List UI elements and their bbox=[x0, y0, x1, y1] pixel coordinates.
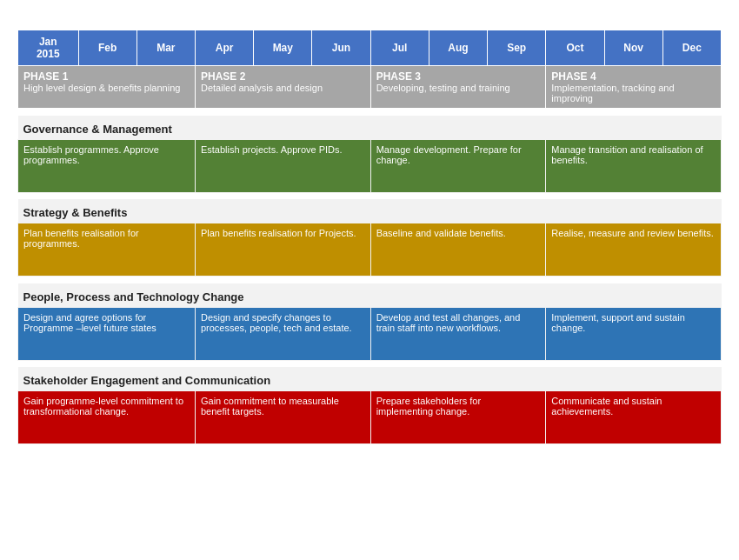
cell-inner-3-0-0: Gain programme-level commitment to trans… bbox=[18, 391, 195, 443]
phase-3: PHASE 3Developing, testing and training bbox=[370, 66, 546, 109]
cell-0-0-1: Establish projects. Approve PIDs. bbox=[195, 139, 370, 192]
section-header-3: Stakeholder Engagement and Communication bbox=[18, 367, 722, 391]
cell-inner-2-0-3: Implement, support and sustain change. bbox=[546, 308, 721, 360]
section-header-2: People, Process and Technology Change bbox=[18, 283, 722, 308]
cell-3-0-2: Prepare stakeholders for implementing ch… bbox=[370, 391, 546, 444]
phase-1: PHASE 1High level design & benefits plan… bbox=[18, 66, 196, 109]
cell-2-0-3: Implement, support and sustain change. bbox=[546, 307, 722, 360]
header-col-4: May bbox=[254, 30, 312, 66]
cell-inner-1-0-1: Plan benefits realisation for Projects. bbox=[196, 223, 370, 276]
cell-inner-0-0-3: Manage transition and realisation of ben… bbox=[546, 140, 721, 192]
header-col-6: Jul bbox=[370, 30, 429, 66]
roadmap-table: Jan 2015FebMarAprMayJunJulAugSepOctNovDe… bbox=[17, 30, 722, 451]
header-col-3: Apr bbox=[195, 30, 253, 66]
cell-inner-0-0-1: Establish projects. Approve PIDs. bbox=[196, 140, 370, 192]
cell-1-0-0: Plan benefits realisation for programmes… bbox=[18, 223, 196, 277]
header-col-7: Aug bbox=[429, 30, 487, 66]
cell-inner-3-0-2: Prepare stakeholders for implementing ch… bbox=[371, 391, 546, 443]
cell-2-0-0: Design and agree options for Programme –… bbox=[18, 307, 196, 360]
header-col-0: Jan 2015 bbox=[18, 30, 79, 66]
header-col-2: Mar bbox=[136, 30, 195, 66]
cell-1-0-3: Realise, measure and review benefits. bbox=[546, 223, 722, 277]
cell-3-0-0: Gain programme-level commitment to trans… bbox=[18, 391, 196, 444]
cell-inner-1-0-3: Realise, measure and review benefits. bbox=[546, 223, 721, 276]
cell-2-0-2: Develop and test all changes, and train … bbox=[370, 307, 546, 360]
header-col-9: Oct bbox=[546, 30, 604, 66]
cell-1-0-2: Baseline and validate benefits. bbox=[370, 223, 546, 277]
phase-4: PHASE 4Implementation, tracking and impr… bbox=[546, 66, 722, 109]
cell-inner-2-0-2: Develop and test all changes, and train … bbox=[371, 308, 546, 360]
cell-inner-3-0-3: Communicate and sustain achievements. bbox=[546, 391, 721, 443]
header-col-10: Nov bbox=[604, 30, 662, 66]
header-row: Jan 2015FebMarAprMayJunJulAugSepOctNovDe… bbox=[18, 30, 722, 66]
content-row-0-0: Establish programmes. Approve programmes… bbox=[18, 139, 722, 192]
cell-inner-0-0-0: Establish programmes. Approve programmes… bbox=[18, 140, 195, 192]
cell-inner-2-0-1: Design and specify changes to processes,… bbox=[196, 308, 370, 360]
cell-2-0-1: Design and specify changes to processes,… bbox=[195, 307, 370, 360]
content-row-1-0: Plan benefits realisation for programmes… bbox=[18, 223, 722, 277]
phase-2: PHASE 2Detailed analysis and design bbox=[195, 66, 370, 109]
cell-inner-1-0-2: Baseline and validate benefits. bbox=[371, 223, 546, 276]
cell-inner-3-0-1: Gain commitment to measurable benefit ta… bbox=[196, 391, 370, 443]
cell-inner-1-0-0: Plan benefits realisation for programmes… bbox=[18, 223, 195, 276]
header-col-5: Jun bbox=[312, 30, 370, 66]
cell-0-0-0: Establish programmes. Approve programmes… bbox=[18, 139, 196, 192]
content-row-2-0: Design and agree options for Programme –… bbox=[18, 307, 722, 360]
cell-1-0-1: Plan benefits realisation for Projects. bbox=[195, 223, 370, 277]
header-col-8: Sep bbox=[488, 30, 546, 66]
cell-0-0-2: Manage development. Prepare for change. bbox=[370, 139, 546, 192]
cell-inner-2-0-0: Design and agree options for Programme –… bbox=[18, 308, 195, 360]
section-header-0: Governance & Management bbox=[18, 116, 722, 140]
cell-inner-0-0-2: Manage development. Prepare for change. bbox=[371, 140, 546, 192]
section-header-1: Strategy & Benefits bbox=[18, 199, 722, 223]
header-col-11: Dec bbox=[662, 30, 721, 66]
header-col-1: Feb bbox=[78, 30, 136, 66]
cell-0-0-3: Manage transition and realisation of ben… bbox=[546, 139, 722, 192]
cell-3-0-1: Gain commitment to measurable benefit ta… bbox=[195, 391, 370, 444]
cell-3-0-3: Communicate and sustain achievements. bbox=[546, 391, 722, 444]
phase-row: PHASE 1High level design & benefits plan… bbox=[18, 66, 722, 109]
content-row-3-0: Gain programme-level commitment to trans… bbox=[18, 391, 722, 444]
